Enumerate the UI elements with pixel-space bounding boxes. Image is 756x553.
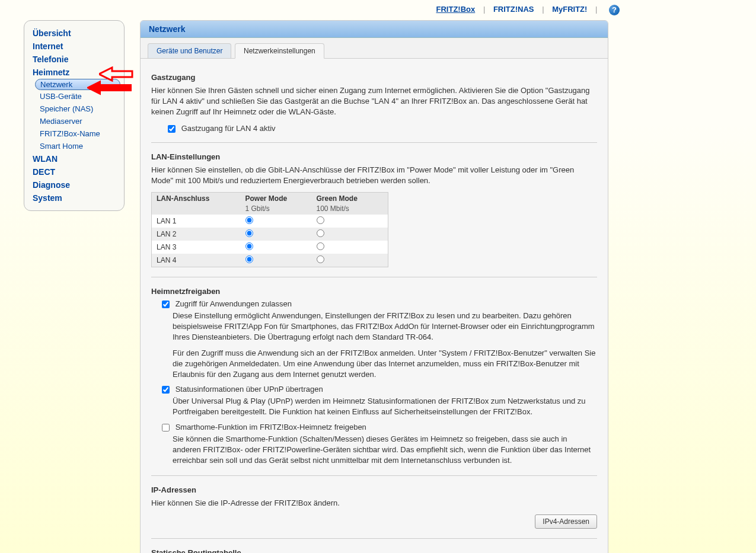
checkbox-label: Gastzugang für LAN 4 aktiv	[181, 124, 276, 133]
sidebar-item-label: Netzwerk	[40, 80, 72, 89]
divider	[151, 538, 597, 539]
checkbox-zugriff-anwendungen[interactable]	[162, 301, 170, 308]
table-cell: LAN 4	[152, 254, 241, 267]
table-header: Power Mode	[241, 193, 312, 205]
section-title-lan: LAN-Einstellungen	[151, 152, 597, 161]
sidebar-item-uebersicht[interactable]: Übersicht	[24, 27, 124, 40]
sidebar-item-netzwerk[interactable]: Netzwerk	[35, 79, 120, 90]
top-nav: FRITZ!Box | FRITZ!NAS | MyFRITZ! | ?	[0, 0, 756, 20]
table-cell: LAN 3	[152, 241, 241, 254]
option-description: Sie können die Smarthome-Funktion (Schal…	[173, 434, 597, 466]
sidebar-item-telefonie[interactable]: Telefonie	[24, 53, 124, 66]
divider	[151, 475, 597, 476]
section-title-routing: Statische Routingtabelle	[151, 548, 597, 553]
option-description: Über Universal Plug & Play (UPnP) werden…	[173, 396, 597, 417]
sidebar-item-label: Smart Home	[40, 142, 83, 151]
sidebar-item-label: USB-Geräte	[40, 92, 82, 101]
sidebar-item-system[interactable]: System	[24, 191, 124, 204]
sidebar-item-diagnose[interactable]: Diagnose	[24, 178, 124, 191]
table-subheader: 1 Gbit/s	[241, 204, 312, 215]
section-title-gastzugang: Gastzugang	[151, 73, 597, 82]
radio-lan3-power[interactable]	[245, 242, 253, 250]
section-title-ip: IP-Adressen	[151, 485, 597, 494]
sidebar-item-label: FRITZ!Box-Name	[40, 129, 100, 138]
section-desc: Hier können Sie die IP-Adresse der FRITZ…	[151, 498, 597, 509]
radio-lan1-power[interactable]	[245, 216, 253, 224]
table-header: Green Mode	[312, 193, 388, 205]
radio-lan4-power[interactable]	[245, 255, 253, 263]
topnav-fritzbox[interactable]: FRITZ!Box	[436, 5, 476, 14]
checkbox-gastzugang-lan4[interactable]	[168, 125, 176, 133]
radio-lan3-green[interactable]	[317, 242, 324, 250]
table-cell: LAN 1	[152, 215, 241, 228]
sidebar-item-label: Telefonie	[33, 55, 68, 64]
tab-geraete-benutzer[interactable]: Geräte und Benutzer	[148, 43, 231, 58]
table-row: LAN 3	[152, 241, 388, 254]
table-row: LAN 1	[152, 215, 388, 228]
checkbox-label: Smarthome-Funktion im FRITZ!Box-Heimnetz…	[176, 423, 366, 431]
sidebar-item-fritzboxname[interactable]: FRITZ!Box-Name	[24, 127, 124, 140]
checkbox-upnp-status[interactable]	[162, 386, 170, 394]
topnav-sep: |	[483, 5, 485, 14]
sidebar-item-label: Diagnose	[33, 180, 70, 190]
checkbox-label: Statusinformationen über UPnP übertragen	[176, 385, 323, 394]
ipv4-adressen-button[interactable]: IPv4-Adressen	[535, 514, 597, 529]
sidebar-item-label: Heimnetz	[33, 68, 69, 77]
sidebar-item-label: Internet	[33, 41, 63, 51]
topnav-myfritz[interactable]: MyFRITZ!	[552, 5, 587, 14]
sidebar: Übersicht Internet Telefonie Heimnetz Ne…	[24, 20, 125, 211]
sidebar-item-dect[interactable]: DECT	[24, 165, 124, 178]
sidebar-item-usb[interactable]: USB-Geräte	[24, 90, 124, 103]
sidebar-item-wlan[interactable]: WLAN	[24, 152, 124, 165]
sidebar-item-label: Mediaserver	[40, 117, 82, 126]
table-row: LAN 2	[152, 228, 388, 241]
tabs: Geräte und Benutzer Netzwerkeinstellunge…	[141, 38, 608, 59]
sidebar-item-smarthome[interactable]: Smart Home	[24, 140, 124, 152]
section-title-heimnetzfreigaben: Heimnetzfreigaben	[151, 287, 597, 296]
help-icon[interactable]: ?	[609, 5, 620, 15]
radio-lan2-power[interactable]	[245, 229, 253, 237]
sidebar-item-label: WLAN	[33, 154, 58, 164]
content-panel: Netzwerk Geräte und Benutzer Netzwerkein…	[140, 20, 608, 553]
radio-lan4-green[interactable]	[317, 255, 324, 263]
option-description: Diese Einstellung ermöglicht Anwendungen…	[173, 311, 597, 343]
lan-table: LAN-Anschluss Power Mode Green Mode 1 Gb…	[151, 192, 388, 267]
radio-lan1-green[interactable]	[317, 216, 324, 224]
table-header: LAN-Anschluss	[152, 193, 241, 205]
sidebar-item-label: Übersicht	[33, 28, 71, 38]
divider	[151, 277, 597, 277]
table-cell: LAN 2	[152, 228, 241, 241]
section-desc: Hier können Sie Ihren Gästen schnell und…	[151, 85, 597, 118]
table-row: LAN 4	[152, 254, 388, 267]
topnav-fritznas[interactable]: FRITZ!NAS	[493, 5, 534, 14]
topnav-sep: |	[542, 5, 544, 14]
sidebar-item-label: Speicher (NAS)	[40, 104, 93, 113]
sidebar-item-internet[interactable]: Internet	[24, 40, 124, 53]
sidebar-item-label: DECT	[33, 167, 55, 177]
sidebar-item-label: System	[33, 193, 62, 203]
topnav-sep: |	[595, 5, 597, 14]
tab-netzwerkeinstellungen[interactable]: Netzwerkeinstellungen	[235, 43, 324, 59]
section-desc: Hier können Sie einstellen, ob die Gbit-…	[151, 165, 597, 186]
checkbox-smarthome-freigeben[interactable]	[162, 424, 170, 431]
option-description: Für den Zugriff muss die Anwendung sich …	[173, 348, 597, 381]
sidebar-item-heimnetz[interactable]: Heimnetz	[24, 66, 124, 79]
sidebar-item-mediaserver[interactable]: Mediaserver	[24, 115, 124, 127]
checkbox-label: Zugriff für Anwendungen zulassen	[176, 299, 292, 308]
sidebar-item-speicher[interactable]: Speicher (NAS)	[24, 103, 124, 115]
radio-lan2-green[interactable]	[317, 229, 324, 237]
divider	[151, 142, 597, 143]
table-subheader: 100 Mbit/s	[312, 204, 388, 215]
panel-title: Netzwerk	[141, 21, 608, 38]
